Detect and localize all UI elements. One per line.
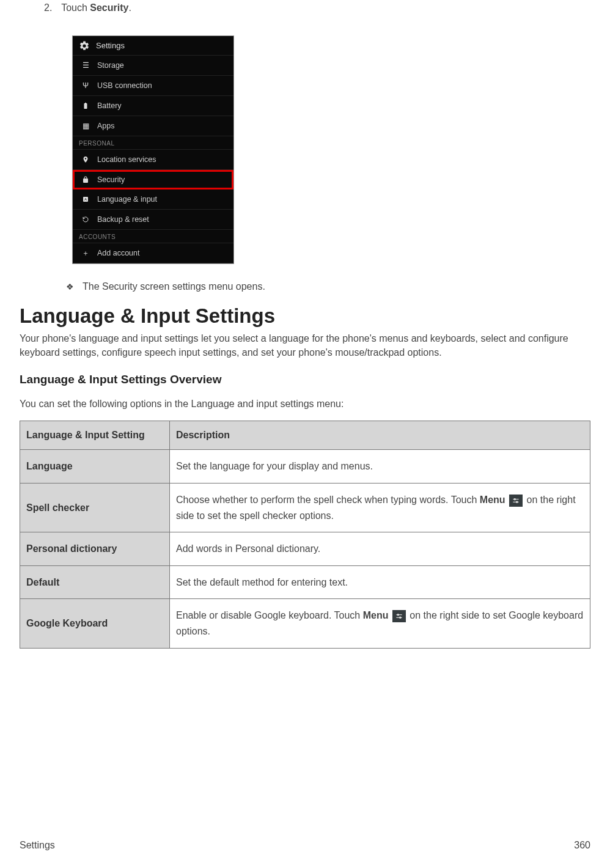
- table-row: Language Set the language for your displ…: [20, 450, 590, 484]
- battery-icon: [80, 101, 91, 110]
- footer-page-number: 360: [574, 840, 590, 851]
- setting-name: Google Keyboard: [20, 599, 170, 648]
- page-footer: Settings 360: [20, 840, 590, 851]
- apps-icon: ▦: [80, 122, 91, 130]
- settings-row-language[interactable]: A Language & input: [73, 189, 233, 210]
- table-row: Google Keyboard Enable or disable Google…: [20, 599, 590, 648]
- row-label: Location services: [97, 155, 156, 164]
- subheading-overview: Language & Input Settings Overview: [20, 373, 590, 386]
- setting-desc: Add words in Personal dictionary.: [170, 532, 590, 566]
- setting-name: Spell checker: [20, 483, 170, 532]
- settings-row-add-account[interactable]: ＋ Add account: [73, 243, 233, 263]
- intro-paragraph: Your phone's language and input settings…: [20, 331, 590, 359]
- screenshot-title-row: Settings: [73, 36, 233, 56]
- section-accounts: ACCOUNTS: [73, 230, 233, 243]
- setting-desc: Set the language for your display and me…: [170, 450, 590, 484]
- row-label: Add account: [97, 249, 140, 257]
- lead-paragraph: You can set the following options in the…: [20, 399, 590, 410]
- screenshot-title: Settings: [96, 41, 125, 50]
- row-label: Language & input: [97, 195, 157, 204]
- setting-desc: Set the default method for entering text…: [170, 565, 590, 599]
- footer-section: Settings: [20, 840, 55, 851]
- svg-text:A: A: [84, 197, 87, 201]
- step-text-prefix: Touch: [61, 2, 90, 13]
- settings-row-storage[interactable]: ☰ Storage: [73, 56, 233, 76]
- settings-row-apps[interactable]: ▦ Apps: [73, 116, 233, 136]
- plus-icon: ＋: [80, 249, 91, 257]
- options-table: Language & Input Setting Description Lan…: [20, 421, 590, 648]
- svg-point-8: [397, 614, 399, 616]
- settings-screenshot: Settings ☰ Storage Ψ USB connection Batt…: [72, 35, 234, 264]
- gear-icon: [79, 42, 90, 50]
- setting-name: Language: [20, 450, 170, 484]
- row-label: Backup & reset: [97, 215, 149, 224]
- row-label: Apps: [97, 122, 115, 130]
- sliders-icon: [509, 495, 523, 507]
- row-label: Battery: [97, 101, 122, 110]
- backup-icon: [80, 215, 91, 224]
- usb-icon: Ψ: [80, 81, 91, 90]
- setting-name: Default: [20, 565, 170, 599]
- table-header-setting: Language & Input Setting: [20, 421, 170, 450]
- step-text-suffix: .: [128, 2, 131, 13]
- lock-icon: [80, 175, 91, 184]
- table-row: Default Set the default method for enter…: [20, 565, 590, 599]
- row-label: Security: [97, 175, 125, 184]
- settings-row-backup[interactable]: Backup & reset: [73, 210, 233, 230]
- svg-point-5: [516, 501, 518, 502]
- table-row: Spell checker Choose whether to perform …: [20, 483, 590, 532]
- settings-row-location[interactable]: Location services: [73, 150, 233, 170]
- section-personal: PERSONAL: [73, 136, 233, 150]
- step-text-bold: Security: [90, 2, 128, 13]
- step-number: 2.: [44, 2, 59, 13]
- row-label: USB connection: [97, 81, 152, 90]
- settings-row-security[interactable]: Security: [73, 170, 233, 189]
- setting-desc: Enable or disable Google keyboard. Touch…: [170, 599, 590, 648]
- bullet-text: The Security screen settings menu opens.: [83, 281, 265, 292]
- settings-row-usb[interactable]: Ψ USB connection: [73, 76, 233, 96]
- result-bullet: ❖ The Security screen settings menu open…: [66, 281, 590, 292]
- svg-point-9: [400, 617, 401, 618]
- diamond-bullet-icon: ❖: [66, 282, 74, 292]
- location-icon: [80, 155, 91, 164]
- language-icon: A: [80, 195, 91, 204]
- table-header-description: Description: [170, 421, 590, 450]
- table-header-row: Language & Input Setting Description: [20, 421, 590, 450]
- storage-icon: ☰: [80, 61, 91, 70]
- setting-desc: Choose whether to perform the spell chec…: [170, 483, 590, 532]
- sliders-icon: [392, 610, 406, 622]
- step-2: 2. Touch Security.: [44, 2, 590, 13]
- setting-name: Personal dictionary: [20, 532, 170, 566]
- svg-point-4: [514, 498, 515, 499]
- table-row: Personal dictionary Add words in Persona…: [20, 532, 590, 566]
- row-label: Storage: [97, 61, 124, 70]
- heading-language-input: Language & Input Settings: [20, 304, 590, 328]
- settings-row-battery[interactable]: Battery: [73, 96, 233, 116]
